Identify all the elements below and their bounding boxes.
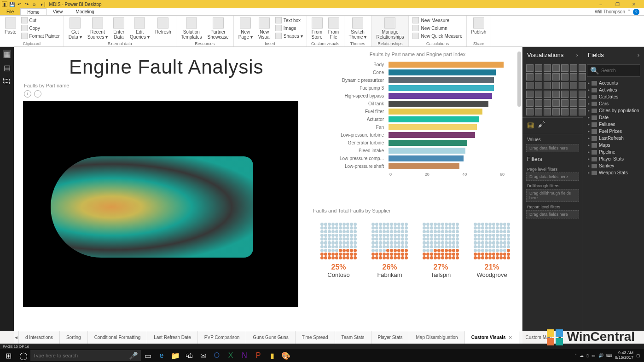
page-tab[interactable]: Guns Guns Guns: [246, 331, 295, 344]
viz-type-icon[interactable]: [544, 108, 551, 115]
bar-row[interactable]: Oil tank: [318, 100, 517, 108]
supplier-contoso[interactable]: 25%Contoso: [320, 223, 357, 278]
bar-row[interactable]: Generator turbine: [318, 139, 517, 147]
field-table[interactable]: ▸Player Stats: [585, 155, 642, 162]
mic-icon[interactable]: 🎤: [129, 351, 138, 360]
collapse-fields-icon[interactable]: ›: [638, 52, 639, 58]
fields-search-input[interactable]: [601, 68, 644, 73]
manage-relationships-button[interactable]: Manage Relationships: [374, 17, 406, 40]
outlook-icon[interactable]: O: [210, 349, 224, 362]
viz-type-icon[interactable]: [552, 73, 560, 80]
keyboard-icon[interactable]: ⌨: [606, 353, 612, 358]
fields-well-icon[interactable]: ▦: [527, 121, 534, 129]
viz-type-icon[interactable]: [552, 99, 560, 107]
edge-icon[interactable]: e: [155, 349, 168, 362]
mail-icon[interactable]: ✉: [196, 349, 210, 362]
viz-type-icon[interactable]: [570, 99, 577, 107]
page-tab[interactable]: Team Stats: [335, 331, 371, 344]
system-tray[interactable]: ˄ ☁ ▯ ▭ 🔊 ⌨ 9:43 AM 9/15/2017 ▢: [571, 351, 644, 360]
viz-type-icon[interactable]: [535, 91, 542, 98]
field-table[interactable]: ▸Date: [585, 114, 642, 121]
viz-type-icon[interactable]: [561, 99, 569, 107]
new-page-button[interactable]: New Page ▾: [237, 17, 255, 40]
supplier-tailspin[interactable]: 27%Tailspin: [423, 223, 459, 278]
from-store-button[interactable]: From Store: [310, 17, 325, 40]
bar-row[interactable]: Dynamic pressurizer: [318, 76, 517, 84]
image-button[interactable]: Image: [274, 24, 304, 32]
report-canvas[interactable]: Engine Fault Analysis Faults by Part nam…: [14, 47, 522, 331]
viz-type-icon[interactable]: [526, 64, 534, 72]
close-button[interactable]: ✕: [626, 0, 642, 8]
viz-type-icon[interactable]: [552, 64, 560, 72]
field-table[interactable]: ▸LastRefresh: [585, 135, 642, 142]
viz-type-icon[interactable]: [552, 91, 560, 98]
page-tab[interactable]: Sorting: [60, 331, 88, 344]
zoom-in-icon[interactable]: +: [24, 90, 31, 98]
supplier-woodgrove[interactable]: 21%Woodgrove: [474, 223, 511, 278]
tab-modeling[interactable]: Modeling: [69, 8, 101, 15]
viz-type-icon[interactable]: [552, 108, 560, 115]
page-tabs-prev[interactable]: ◄: [14, 331, 19, 344]
maximize-button[interactable]: ❐: [609, 0, 626, 8]
refresh-button[interactable]: Refresh: [153, 17, 173, 35]
field-table[interactable]: ▸CarDates: [585, 93, 642, 100]
field-table[interactable]: ▸Sankey: [585, 162, 642, 169]
bar-row[interactable]: Body: [318, 61, 517, 69]
cut-button[interactable]: Cut: [20, 17, 61, 24]
field-table[interactable]: ▸Failures: [585, 121, 642, 128]
viz-type-icon[interactable]: [561, 91, 569, 98]
viz-type-icon[interactable]: [561, 73, 569, 80]
explorer-icon[interactable]: 📁: [168, 349, 182, 362]
page-tab[interactable]: Map Disambiguation: [409, 331, 464, 344]
publish-button[interactable]: Publish: [470, 17, 488, 35]
field-table[interactable]: ▸Pipeline: [585, 149, 642, 155]
viz-type-icon[interactable]: [570, 73, 577, 80]
viz-type-icon[interactable]: [544, 64, 551, 72]
viz-type-icon[interactable]: [544, 73, 551, 80]
minimize-button[interactable]: –: [592, 0, 609, 8]
page-tab[interactable]: Player Stats: [371, 331, 410, 344]
switch-theme-button[interactable]: Switch Theme ▾: [347, 17, 369, 40]
save-icon[interactable]: 💾: [9, 1, 15, 7]
viz-type-icon[interactable]: [526, 73, 534, 80]
paint-icon[interactable]: 🎨: [279, 349, 293, 362]
notifications-icon[interactable]: ▢: [636, 353, 640, 358]
shapes-button[interactable]: Shapes ▾: [274, 32, 304, 40]
report-view-icon[interactable]: ▦: [3, 50, 11, 58]
viz-type-icon[interactable]: [570, 64, 577, 72]
onedrive-icon[interactable]: ☁: [580, 353, 584, 358]
values-dropzone[interactable]: Drag data fields here: [526, 144, 579, 152]
close-tab-icon[interactable]: ✕: [509, 335, 512, 340]
user-name[interactable]: Will Thompson ˅ ?: [590, 8, 644, 15]
viz-type-icon[interactable]: [570, 82, 577, 89]
viz-type-icon[interactable]: [535, 64, 542, 72]
undo-icon[interactable]: ↶: [17, 1, 22, 7]
bar-row[interactable]: Low-pressure shaft: [318, 162, 517, 170]
field-table[interactable]: ▸Accounts: [585, 80, 642, 86]
copy-button[interactable]: Copy: [20, 24, 61, 32]
viz-type-icon[interactable]: [544, 99, 551, 107]
page-tab[interactable]: Time Spread: [296, 331, 335, 344]
fields-search[interactable]: 🔍: [587, 64, 640, 77]
page-tab[interactable]: Custom Visuals✕: [465, 331, 519, 344]
supplier-chart[interactable]: Faults and Total Faults by Supplier 25%C…: [313, 208, 517, 278]
edit-queries-button[interactable]: Edit Queries ▾: [128, 17, 151, 40]
format-well-icon[interactable]: 🖌: [538, 121, 545, 129]
engine-3d-visual[interactable]: [23, 101, 298, 307]
viz-type-icon[interactable]: [526, 82, 534, 89]
qa-dropdown-icon[interactable]: ▾: [39, 1, 44, 7]
report-filters-dropzone[interactable]: Drag data fields here: [526, 210, 579, 218]
bar-row[interactable]: Cone: [318, 69, 517, 76]
viz-type-icon[interactable]: [526, 99, 534, 107]
powerpoint-icon[interactable]: P: [251, 349, 265, 362]
cortana-icon[interactable]: ◯: [17, 349, 30, 362]
viz-type-icon[interactable]: [570, 91, 577, 98]
tab-view[interactable]: View: [46, 8, 70, 15]
bar-row[interactable]: Low-pressure turbine: [318, 131, 517, 139]
enter-data-button[interactable]: Enter Data: [111, 17, 126, 40]
drill-filters-dropzone[interactable]: Drag drillthrough fields here: [526, 189, 579, 202]
paste-button[interactable]: Paste: [3, 17, 18, 35]
viz-type-icon[interactable]: [561, 108, 569, 115]
store-icon[interactable]: 🛍: [182, 349, 196, 362]
supplier-fabrikam[interactable]: 26%Fabrikam: [371, 223, 408, 278]
